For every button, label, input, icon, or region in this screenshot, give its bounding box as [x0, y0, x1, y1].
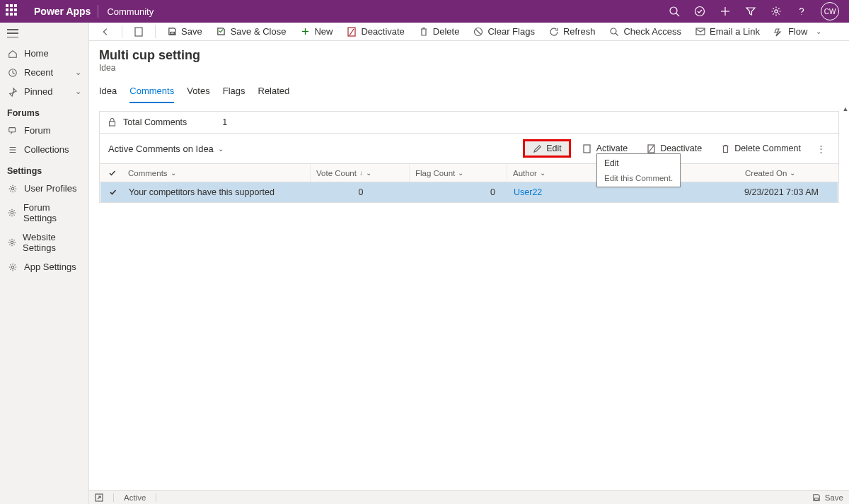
tab-flags[interactable]: Flags: [223, 81, 246, 103]
nav-forum[interactable]: Forum: [0, 121, 88, 140]
check-access-button[interactable]: Check Access: [603, 23, 687, 40]
popout-icon[interactable]: [95, 493, 103, 502]
tab-idea[interactable]: Idea: [99, 81, 117, 103]
flow-label: Flow: [788, 26, 807, 37]
nav-section-settings: Settings: [0, 159, 88, 179]
author-link[interactable]: User22: [514, 187, 542, 197]
chevron-down-icon: ⌄: [171, 169, 176, 177]
save-button[interactable]: Save: [161, 23, 208, 40]
col-created-label: Created On: [745, 169, 787, 177]
save-label: Save: [181, 26, 202, 37]
col-vote-count[interactable]: Vote Count ↓ ⌄: [311, 164, 410, 182]
command-bar: Save Save & Close New Deactivate Delete …: [89, 23, 849, 41]
save-icon: [167, 27, 177, 37]
nav-recent[interactable]: Recent ⌄: [0, 63, 88, 82]
nav-app-settings-label: App Settings: [24, 262, 76, 272]
chevron-down-icon: ⌄: [75, 68, 81, 77]
flow-button[interactable]: Flow⌄: [768, 23, 827, 40]
col-created-on[interactable]: Created On⌄: [739, 164, 838, 182]
save-close-button[interactable]: Save & Close: [211, 23, 292, 40]
nav-collapse-icon[interactable]: [7, 29, 18, 37]
clear-flags-icon: [473, 27, 483, 37]
tab-list: Idea Comments Votes Flags Related: [89, 74, 849, 104]
tooltip-title: Edit: [604, 158, 673, 168]
save-footer-label[interactable]: Save: [825, 493, 843, 502]
nav-collections[interactable]: Collections: [0, 140, 88, 159]
svg-point-0: [670, 7, 677, 14]
nav-pinned-label: Pinned: [24, 86, 52, 97]
nav-recent-label: Recent: [24, 67, 53, 78]
back-button[interactable]: [95, 24, 116, 40]
edit-button[interactable]: Edit: [523, 139, 571, 158]
col-flag-label: Flag Count: [415, 169, 455, 177]
help-icon[interactable]: [795, 5, 808, 18]
chevron-down-icon: ⌄: [218, 145, 224, 153]
nav-pinned[interactable]: Pinned ⌄: [0, 82, 88, 101]
total-comments-label: Total Comments: [123, 117, 187, 127]
more-commands-button[interactable]: ⋮: [812, 141, 830, 157]
gear-icon: [7, 238, 17, 247]
tab-related[interactable]: Related: [258, 81, 290, 103]
deactivate-icon: [646, 143, 656, 153]
user-avatar[interactable]: CW: [821, 2, 839, 20]
app-launcher-icon[interactable]: [6, 4, 20, 18]
svg-line-30: [649, 146, 654, 152]
view-selector[interactable]: Active Comments on Idea ⌄: [108, 143, 224, 154]
nav-app-settings[interactable]: App Settings: [0, 257, 88, 276]
delete-button[interactable]: Delete: [413, 23, 466, 40]
form-selector-button[interactable]: [128, 24, 149, 40]
nav-website-settings[interactable]: Website Settings: [0, 228, 88, 257]
new-label: New: [314, 26, 333, 37]
tab-comments[interactable]: Comments: [129, 81, 174, 103]
nav-home[interactable]: Home: [0, 44, 88, 63]
total-comments-value: 1: [222, 117, 227, 127]
page-title: Multi cup setting: [99, 48, 839, 63]
nav-user-profiles[interactable]: User Profiles: [0, 179, 88, 198]
email-link-button[interactable]: Email a Link: [690, 23, 766, 40]
chevron-down-icon: ⌄: [816, 28, 821, 35]
svg-point-15: [11, 266, 14, 269]
svg-point-12: [11, 187, 14, 190]
environment-label[interactable]: Community: [98, 6, 162, 17]
task-check-icon[interactable]: [693, 5, 706, 18]
clear-flags-label: Clear Flags: [487, 26, 534, 37]
col-flag-count[interactable]: Flag Count⌄: [410, 164, 507, 182]
nav-forum-settings-label: Forum Settings: [23, 202, 81, 223]
tab-votes[interactable]: Votes: [187, 81, 210, 103]
email-link-label: Email a Link: [710, 26, 760, 37]
chevron-down-icon: ⌄: [366, 169, 371, 177]
select-all-checkbox[interactable]: [100, 164, 122, 182]
delete-comment-button[interactable]: Delete Comment: [713, 140, 808, 157]
lock-icon: [108, 118, 116, 127]
nav-collections-label: Collections: [24, 144, 69, 155]
refresh-button[interactable]: Refresh: [543, 23, 601, 40]
new-button[interactable]: New: [294, 23, 338, 40]
search-icon[interactable]: [668, 5, 681, 18]
forum-icon: [7, 126, 18, 136]
clear-flags-button[interactable]: Clear Flags: [468, 23, 540, 40]
svg-rect-16: [135, 28, 142, 36]
svg-line-23: [476, 29, 481, 34]
settings-gear-icon[interactable]: [770, 5, 782, 18]
global-header: Power Apps Community CW: [0, 0, 849, 23]
col-author[interactable]: Author⌄: [507, 164, 606, 182]
filter-icon[interactable]: [744, 5, 757, 18]
view-title: Active Comments on Idea: [108, 143, 214, 154]
email-icon: [695, 27, 705, 37]
deactivate-button[interactable]: Deactivate: [341, 23, 410, 40]
save-footer-icon[interactable]: [812, 493, 821, 502]
nav-forum-settings[interactable]: Forum Settings: [0, 198, 88, 228]
chevron-down-icon: ⌄: [540, 169, 545, 177]
add-icon[interactable]: [719, 5, 732, 18]
vertical-scrollbar[interactable]: ▲: [842, 104, 849, 483]
svg-point-6: [801, 14, 802, 15]
page-subtitle: Idea: [99, 63, 839, 73]
svg-point-5: [775, 10, 778, 13]
separator: [156, 493, 156, 502]
delete-comment-label: Delete Comment: [734, 143, 801, 153]
plus-icon: [300, 27, 310, 37]
table-row[interactable]: Your competitors have this supported 0 0…: [100, 182, 838, 202]
row-selected-check[interactable]: [100, 188, 123, 197]
col-comments[interactable]: Comments⌄: [122, 164, 311, 182]
chevron-down-icon: ⌄: [75, 87, 81, 96]
